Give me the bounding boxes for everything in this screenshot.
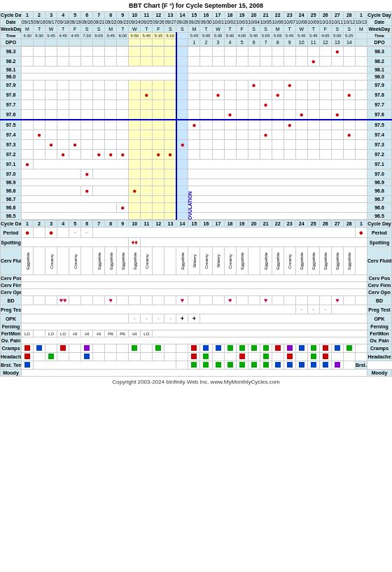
cerv-opn-row: Cerv Opn Cerv Opn bbox=[1, 289, 392, 296]
time-label: Time bbox=[1, 33, 22, 39]
page-wrapper: BBT Chart (F °) for Cycle September 15, … bbox=[0, 0, 392, 387]
cerv-fluid-row: Cerv Fluid Eggwhite Creamy Creamy Eggwhi… bbox=[1, 247, 392, 275]
temp-row-975: 97.5 ●● 97.5 bbox=[1, 120, 392, 130]
time-row: Time 4:305:305:454:454:457:306:005:456:0… bbox=[1, 33, 392, 39]
cycle-day-label-bottom-right: Cycle Day bbox=[368, 221, 392, 228]
brst-tend-row: Brst. Tend Brst. Tend bbox=[1, 361, 392, 370]
temp-row-969: 96.9 96.9 bbox=[1, 179, 392, 186]
temp-row-977: 97.7 ● 97.7 bbox=[1, 100, 392, 110]
weekday-row: WeekDay MTWTFSSMTWTFSSMTWTFSSMTWTFSSM We… bbox=[1, 26, 392, 33]
weekday-label-right: WeekDay bbox=[368, 26, 392, 33]
headache-row: Headache bbox=[1, 353, 392, 361]
preg-test-row: Preg Test - - - Preg Test bbox=[1, 305, 392, 314]
ferning-row: Ferning Ferning bbox=[1, 323, 392, 330]
temp-row-974: 97.4 ●●● 97.4 bbox=[1, 130, 392, 140]
temp-row-967: 96.7 96.7 bbox=[1, 196, 392, 203]
temp-row-970: 97.0 ● 97.0 bbox=[1, 169, 392, 179]
time-label-right: Time bbox=[368, 33, 392, 39]
spotting-row: Spotting ♦♦ Spotting bbox=[1, 238, 392, 247]
footer: Copyright 2003-2024 bInfinity Web Inc. w… bbox=[0, 377, 392, 387]
dpo-label-right: DPO bbox=[368, 39, 392, 46]
cycle-day-row: Cycle Day 123456789101112131415161718192… bbox=[1, 12, 392, 19]
temp-row-976: 97.6 ●●● 97.6 bbox=[1, 110, 392, 120]
temp-graph-area: 98.3 ● 98.3 98.2 ● 98.2 98.1 98.1 bbox=[0, 46, 392, 220]
cycle-day-bottom-row: Cycle Day 123456789101112131415161718192… bbox=[1, 221, 392, 228]
dpo-row: DPO 1234567891011121314 DPO bbox=[1, 39, 392, 46]
temp-row-980: 98.0 98.0 bbox=[1, 74, 392, 81]
temp-row-971: 97.1 ● 97.1 bbox=[1, 160, 392, 169]
fertmon-row: FertMon LO LO LO HI HI HI PK PK HI LO Fe… bbox=[1, 330, 392, 337]
weekday-label: WeekDay bbox=[1, 26, 22, 33]
dpo-label: DPO bbox=[1, 39, 22, 46]
temp-row-978: 97.8 ●●●● 97.8 bbox=[1, 90, 392, 100]
cramps-row: Cramps bbox=[1, 344, 392, 353]
date-label-right: Date bbox=[368, 19, 392, 26]
temp-row-982: 98.2 ● 98.2 bbox=[1, 57, 392, 67]
cycle-day-label: Cycle Day bbox=[1, 12, 22, 19]
cerv-firm-row: Cerv Firm Cerv Firm bbox=[1, 282, 392, 289]
date-label: Date bbox=[1, 19, 22, 26]
cerv-pos-row: Cerv Pos Cerv Pos bbox=[1, 275, 392, 282]
temp-row-966: 96.6 ● 96.6 bbox=[1, 203, 392, 213]
cycle-day-label-bottom: Cycle Day bbox=[1, 221, 22, 228]
opk-row: OPK - - - - + + OPK bbox=[1, 314, 392, 323]
temp-row-983: 98.3 ● 98.3 bbox=[1, 47, 392, 57]
temp-row-965: 96.5 96.5 bbox=[1, 213, 392, 220]
cycle-day-row-bottom: Cycle Day 123456789101112131415161718192… bbox=[0, 220, 392, 377]
bbt-table: Cycle Day 123456789101112131415161718192… bbox=[0, 11, 392, 46]
bd-row: BD ♥♥ ♥ ♥ ♥ ♥ bbox=[1, 296, 392, 305]
temp-row-972: 97.2 ●●●●●● 97.2 bbox=[1, 150, 392, 160]
temp-row-979: 97.9 ●● 97.9 bbox=[1, 81, 392, 90]
period-row: Period ● ● ·· ·· ● Period bbox=[1, 228, 392, 238]
temp-row-981: 98.1 98.1 bbox=[1, 67, 392, 74]
temp-row-973: 97.3 ●●● 97.3 bbox=[1, 140, 392, 150]
chart-container: Cycle Day 123456789101112131415161718192… bbox=[0, 11, 392, 377]
cycle-day-label-right: Cycle Day bbox=[368, 12, 392, 19]
page-title: BBT Chart (F °) for Cycle September 15, … bbox=[0, 0, 392, 11]
temp-row-968: 96.8 ●● 96.8 bbox=[1, 186, 392, 196]
date-row: Date 09/1509/1609/1709/1809/1909/2009/21… bbox=[1, 19, 392, 26]
temp-table: 98.3 ● 98.3 98.2 ● 98.2 98.1 98.1 bbox=[0, 46, 392, 220]
moody-row: Moody Moody bbox=[1, 370, 392, 377]
ov-pain-row: Ov. Pain Ov. Pain bbox=[1, 337, 392, 344]
